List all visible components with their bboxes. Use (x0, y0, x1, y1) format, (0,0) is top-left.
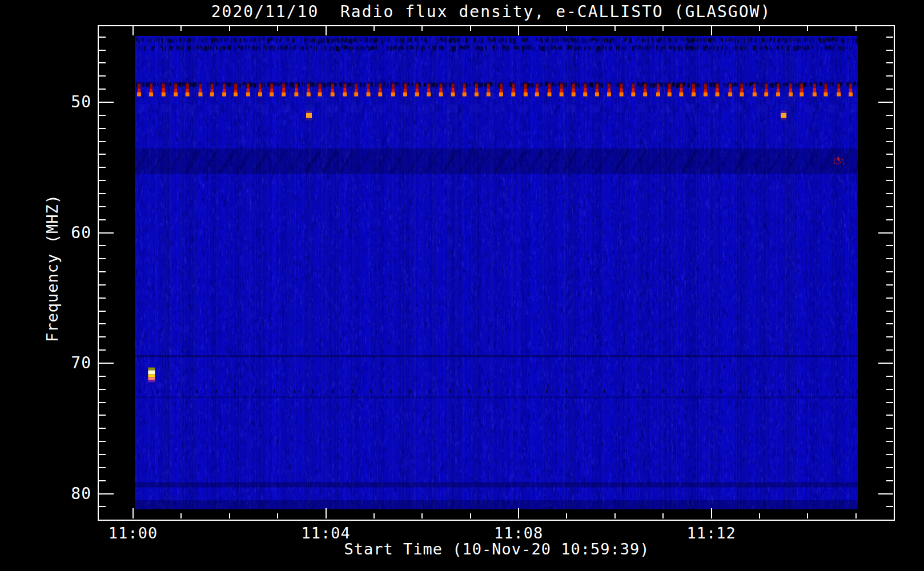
tick-mark (99, 50, 106, 51)
tick-mark (886, 467, 893, 468)
tick-mark (99, 258, 106, 259)
tick-mark (99, 376, 106, 377)
tick-mark (886, 115, 893, 116)
tick-mark (886, 75, 893, 77)
tick-mark (99, 193, 106, 194)
tick-mark (886, 180, 893, 181)
tick-mark (886, 480, 893, 481)
tick-mark (518, 26, 519, 35)
tick-mark (470, 513, 471, 518)
tick-mark (99, 245, 106, 246)
tick-mark (886, 323, 893, 324)
tick-mark (886, 284, 893, 286)
tick-mark (99, 336, 106, 337)
tick-mark (886, 389, 893, 390)
tick-mark (886, 402, 893, 403)
tick-mark (99, 89, 106, 90)
tick-mark (886, 37, 893, 38)
tick-mark (807, 513, 808, 518)
tick-mark (99, 493, 114, 494)
tick-mark (886, 128, 893, 129)
tick-mark (132, 508, 134, 518)
tick-mark (518, 508, 519, 518)
tick-mark (99, 311, 106, 312)
tick-mark (99, 389, 106, 390)
tick-mark (99, 284, 106, 286)
tick-mark (878, 232, 893, 234)
tick-mark (886, 336, 893, 337)
tick-mark (759, 513, 760, 518)
tick-mark (886, 297, 893, 299)
tick-mark (759, 26, 760, 31)
tick-mark (886, 141, 893, 142)
tick-mark (277, 513, 278, 518)
tick-mark (886, 219, 893, 220)
x-axis-title: Start Time (10-Nov-20 10:59:39) (320, 540, 674, 558)
tick-mark (886, 441, 893, 442)
tick-mark (132, 26, 134, 35)
tick-mark (277, 26, 278, 31)
y-axis-title: Frequency (MHZ) (43, 126, 61, 411)
tick-mark (470, 26, 471, 31)
tick-mark (614, 26, 616, 31)
y-tick-label: 80 (23, 484, 91, 503)
tick-mark (99, 454, 106, 455)
tick-mark (229, 513, 230, 518)
tick-mark (421, 26, 423, 31)
tick-mark (99, 62, 106, 63)
tick-mark (662, 513, 664, 518)
tick-mark (566, 26, 567, 31)
tick-mark (566, 513, 567, 518)
tick-mark (886, 506, 893, 507)
tick-mark (99, 37, 106, 38)
x-tick-label: 11:04 (280, 524, 372, 542)
tick-mark (878, 102, 893, 103)
tick-mark (99, 441, 106, 442)
tick-mark (886, 193, 893, 194)
tick-mark (99, 232, 114, 234)
tick-mark (99, 297, 106, 299)
x-tick-label: 11:00 (87, 524, 179, 542)
tick-mark (99, 128, 106, 129)
tick-mark (886, 454, 893, 455)
tick-mark (886, 62, 893, 63)
x-tick-label: 11:08 (473, 524, 564, 542)
tick-mark (878, 493, 893, 494)
tick-mark (886, 271, 893, 272)
tick-mark (99, 363, 114, 364)
tick-mark (886, 89, 893, 90)
tick-mark (421, 513, 423, 518)
tick-mark (662, 26, 664, 31)
chart-title: 2020/11/10 Radio flux density, e-CALLIST… (137, 2, 845, 21)
tick-mark (886, 258, 893, 259)
tick-mark (99, 402, 106, 403)
x-tick-label: 11:12 (666, 524, 757, 542)
tick-mark (99, 323, 106, 324)
tick-mark (711, 26, 712, 35)
tick-mark (99, 75, 106, 77)
tick-mark (886, 154, 893, 155)
tick-mark (99, 180, 106, 181)
tick-mark (99, 349, 106, 351)
tick-mark (99, 467, 106, 468)
tick-mark (886, 167, 893, 168)
tick-mark (711, 508, 712, 518)
tick-mark (99, 219, 106, 220)
tick-mark (855, 26, 857, 31)
tick-mark (373, 513, 375, 518)
tick-mark (326, 508, 327, 518)
tick-mark (855, 513, 857, 518)
tick-mark (99, 154, 106, 155)
tick-mark (99, 271, 106, 272)
tick-mark (886, 50, 893, 51)
tick-mark (180, 513, 182, 518)
tick-mark (807, 26, 808, 31)
tick-mark (886, 415, 893, 416)
tick-mark (886, 206, 893, 207)
tick-mark (886, 428, 893, 429)
tick-mark (99, 167, 106, 168)
tick-mark (229, 26, 230, 31)
tick-mark (99, 102, 114, 103)
tick-mark (99, 115, 106, 116)
tick-mark (99, 506, 106, 507)
